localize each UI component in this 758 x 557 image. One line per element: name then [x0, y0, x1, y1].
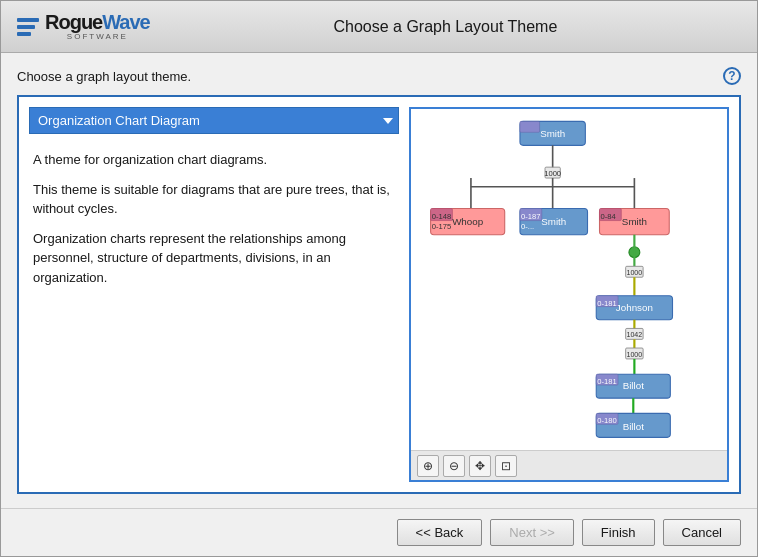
right-panel: Smith 1000 0-148: [409, 107, 729, 482]
svg-text:0-148: 0-148: [432, 213, 451, 222]
svg-text:0-175: 0-175: [432, 222, 451, 231]
diagram-svg: Smith 1000 0-148: [411, 109, 727, 450]
svg-text:Smith: Smith: [622, 216, 647, 227]
logo-line-2: [17, 25, 35, 29]
svg-text:1000: 1000: [627, 351, 643, 359]
pan-button[interactable]: ✥: [469, 455, 491, 477]
logo-name-row: Rogue Wave: [45, 12, 150, 32]
svg-text:0-187: 0-187: [521, 213, 540, 222]
instruction-row: Choose a graph layout theme. ?: [17, 67, 741, 85]
cancel-button[interactable]: Cancel: [663, 519, 741, 546]
description-para2: This theme is suitable for diagrams that…: [33, 180, 395, 219]
header: Rogue Wave SOFTWARE Choose a Graph Layou…: [1, 1, 757, 53]
next-button[interactable]: Next >>: [490, 519, 574, 546]
logo-line-3: [17, 32, 31, 36]
logo-line-1: [17, 18, 39, 22]
back-button[interactable]: << Back: [397, 519, 483, 546]
description-para3: Organization charts represent the relati…: [33, 229, 395, 288]
svg-text:Smith: Smith: [540, 128, 565, 139]
dialog: Rogue Wave SOFTWARE Choose a Graph Layou…: [0, 0, 758, 557]
svg-text:Billot: Billot: [623, 421, 645, 432]
content: Choose a graph layout theme. ? Organizat…: [1, 53, 757, 508]
zoom-in-button[interactable]: ⊕: [417, 455, 439, 477]
pan-icon: ✥: [475, 459, 485, 473]
logo-icon: [17, 18, 39, 36]
fit-icon: ⊡: [501, 459, 511, 473]
svg-text:0-84: 0-84: [601, 213, 617, 222]
svg-text:0-180: 0-180: [597, 416, 616, 425]
logo-rogue: Rogue: [45, 12, 102, 32]
diagram-canvas: Smith 1000 0-148: [411, 109, 727, 450]
logo-software: SOFTWARE: [45, 33, 150, 41]
svg-text:Johnson: Johnson: [616, 302, 653, 313]
left-panel: Organization Chart Diagram Tree Layout H…: [29, 107, 399, 482]
help-icon[interactable]: ?: [723, 67, 741, 85]
svg-text:0-181: 0-181: [597, 299, 616, 308]
dropdown-container: Organization Chart Diagram Tree Layout H…: [29, 107, 399, 134]
svg-text:1042: 1042: [627, 331, 643, 339]
svg-rect-1: [520, 122, 540, 133]
zoom-out-icon: ⊖: [449, 459, 459, 473]
logo-area: Rogue Wave SOFTWARE: [17, 12, 150, 41]
svg-text:0-...: 0-...: [521, 222, 534, 231]
svg-text:0-181: 0-181: [597, 377, 616, 386]
theme-dropdown[interactable]: Organization Chart Diagram Tree Layout H…: [29, 107, 399, 134]
zoom-out-button[interactable]: ⊖: [443, 455, 465, 477]
description-box: A theme for organization chart diagrams.…: [29, 144, 399, 293]
footer: << Back Next >> Finish Cancel: [1, 508, 757, 556]
main-area: Organization Chart Diagram Tree Layout H…: [17, 95, 741, 494]
fit-button[interactable]: ⊡: [495, 455, 517, 477]
logo-text: Rogue Wave SOFTWARE: [45, 12, 150, 41]
header-title: Choose a Graph Layout Theme: [150, 18, 741, 36]
instruction-text: Choose a graph layout theme.: [17, 69, 191, 84]
svg-text:1000: 1000: [627, 269, 643, 277]
logo-wave: Wave: [102, 12, 150, 32]
svg-text:Smith: Smith: [541, 216, 566, 227]
svg-text:1000: 1000: [544, 169, 561, 178]
diagram-toolbar: ⊕ ⊖ ✥ ⊡: [411, 450, 727, 480]
svg-text:Whoop: Whoop: [452, 216, 484, 227]
zoom-in-icon: ⊕: [423, 459, 433, 473]
finish-button[interactable]: Finish: [582, 519, 655, 546]
description-para1: A theme for organization chart diagrams.: [33, 150, 395, 170]
svg-text:Billot: Billot: [623, 381, 645, 392]
